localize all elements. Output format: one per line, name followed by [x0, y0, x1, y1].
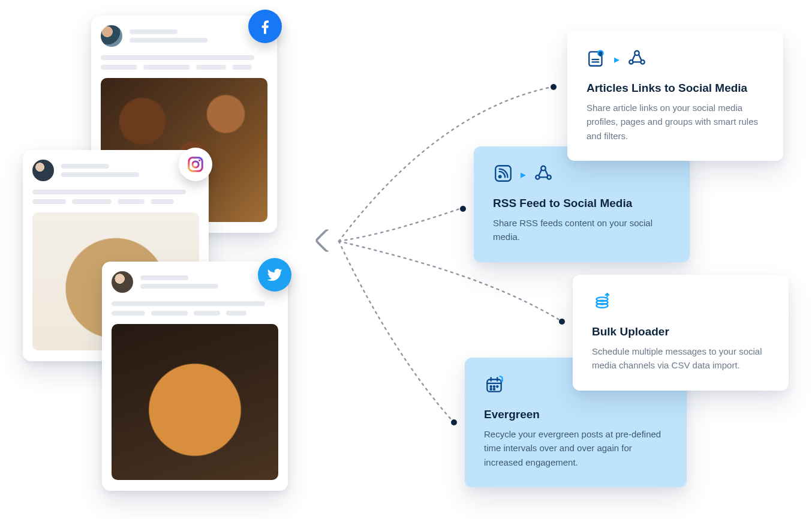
connector-dot — [559, 319, 565, 325]
feature-desc: Share article links on your social media… — [587, 101, 764, 143]
diagram-stage: $ ▸ Articles Links to Social Media Share… — [0, 0, 812, 519]
post-image — [112, 324, 278, 480]
svg-point-1 — [193, 161, 199, 167]
facebook-icon — [248, 10, 282, 43]
avatar — [32, 160, 54, 181]
connector-dot — [451, 419, 457, 425]
svg-rect-0 — [189, 158, 203, 172]
feature-rss: ▸ RSS Feed to Social Media Share RSS fee… — [474, 146, 690, 262]
avatar — [101, 25, 122, 47]
svg-point-26 — [491, 388, 492, 389]
rss-icon — [493, 163, 513, 186]
avatar — [112, 271, 133, 293]
connector-dot — [460, 206, 466, 212]
audience-icon — [533, 163, 554, 186]
bulk-upload-icon — [592, 292, 612, 314]
svg-point-27 — [494, 388, 495, 389]
arrow-right-icon: ▸ — [614, 53, 619, 66]
calendar-repeat-icon — [484, 374, 504, 397]
feature-desc: Share RSS feeds content on your social m… — [493, 216, 670, 244]
arrow-head-icon — [314, 228, 339, 253]
feature-desc: Recycle your evergreen posts at pre-defi… — [484, 427, 667, 469]
audience-icon — [627, 48, 647, 71]
post-card-twitter — [102, 262, 288, 491]
svg-point-24 — [494, 386, 495, 387]
svg-point-23 — [491, 386, 492, 387]
feature-desc: Schedule multiple messages to your socia… — [592, 344, 769, 373]
feature-title: Articles Links to Social Media — [587, 82, 764, 95]
arrow-right-icon: ▸ — [521, 168, 526, 181]
article-icon: $ — [587, 48, 607, 71]
feature-title: Evergreen — [484, 408, 667, 421]
svg-point-12 — [499, 176, 501, 178]
instagram-icon — [179, 148, 212, 181]
svg-point-25 — [497, 386, 498, 387]
feature-bulk: Bulk Uploader Schedule multiple messages… — [573, 275, 789, 391]
svg-point-2 — [199, 160, 200, 161]
feature-title: RSS Feed to Social Media — [493, 197, 670, 210]
feature-title: Bulk Uploader — [592, 325, 769, 338]
twitter-icon — [258, 258, 291, 292]
svg-point-18 — [596, 297, 608, 301]
feature-articles: $ ▸ Articles Links to Social Media Share… — [567, 31, 783, 161]
connector-dot — [551, 84, 557, 90]
